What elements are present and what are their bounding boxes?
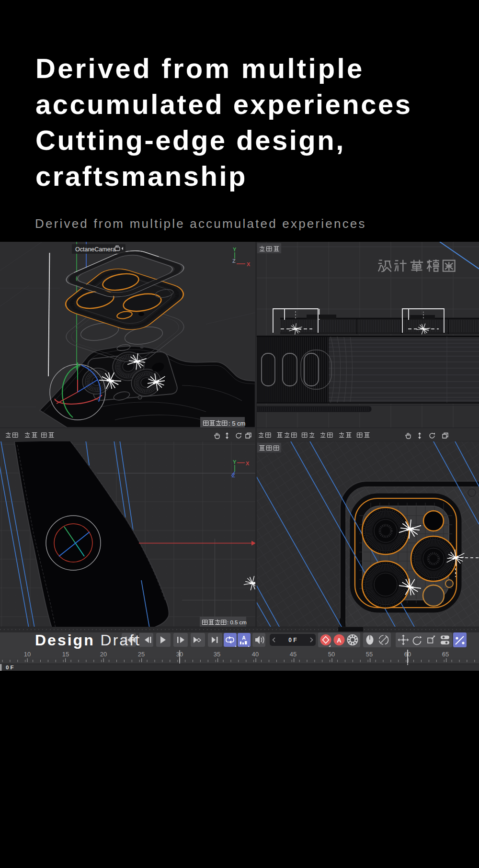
- svg-text:40: 40: [252, 651, 259, 658]
- svg-text:35: 35: [214, 651, 220, 658]
- svg-text:X: X: [247, 261, 251, 267]
- svg-text:Design Draft: Design Draft: [35, 631, 141, 649]
- svg-text:15: 15: [62, 651, 69, 658]
- svg-text:10: 10: [24, 651, 31, 658]
- svg-text:25: 25: [138, 651, 145, 658]
- svg-text:A: A: [337, 637, 342, 644]
- svg-text:X: X: [246, 461, 250, 466]
- svg-text:50: 50: [328, 651, 335, 658]
- svg-text:A: A: [242, 635, 246, 641]
- svg-text:0 F: 0 F: [288, 637, 297, 643]
- svg-text:65: 65: [442, 651, 449, 658]
- svg-text:45: 45: [290, 651, 297, 658]
- svg-text:0 F: 0 F: [6, 665, 14, 670]
- svg-text:Y: Y: [233, 459, 237, 465]
- svg-text:20: 20: [100, 651, 107, 658]
- svg-text:OctaneCamera: OctaneCamera: [75, 246, 116, 253]
- svg-text:55: 55: [366, 651, 373, 658]
- svg-text:: 0.5 cm: : 0.5 cm: [227, 620, 247, 625]
- svg-text:Y: Y: [233, 247, 237, 252]
- svg-text:: 5 cm: : 5 cm: [228, 420, 245, 427]
- svg-text:Z: Z: [232, 258, 236, 264]
